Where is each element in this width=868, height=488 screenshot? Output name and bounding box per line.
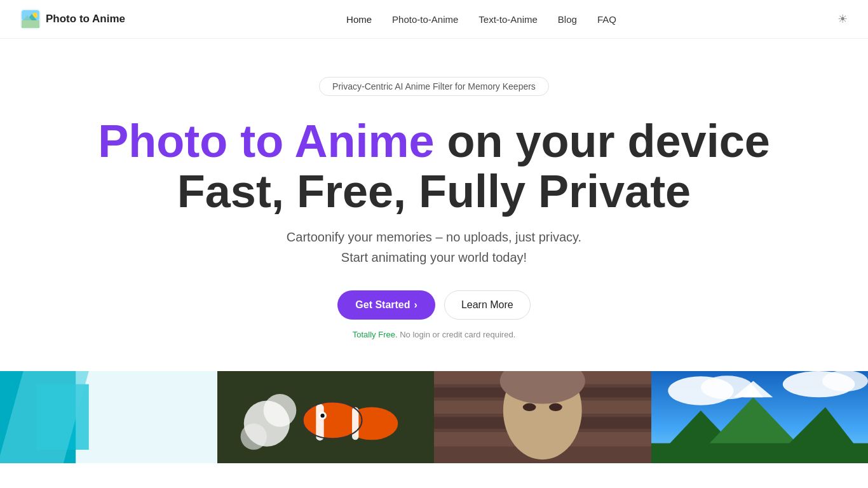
svg-point-39	[822, 371, 867, 391]
hero-title-rest: on your device	[435, 116, 770, 166]
image-strip	[0, 371, 868, 463]
cta-buttons: Get Started › Learn More	[337, 290, 530, 320]
free-note-rest: No login or credit card required.	[398, 330, 516, 339]
main-nav: Home Photo-to-Anime Text-to-Anime Blog F…	[346, 14, 616, 25]
svg-rect-9	[76, 371, 217, 463]
svg-point-34	[549, 403, 562, 411]
strip-image-1	[0, 371, 217, 463]
strip-image-4	[651, 371, 869, 463]
get-started-button[interactable]: Get Started ›	[337, 290, 435, 320]
hero-subtitle-line2: Start animating your world today!	[341, 250, 527, 264]
svg-rect-43	[651, 444, 869, 463]
svg-rect-20	[352, 407, 358, 440]
svg-rect-19	[316, 404, 323, 441]
get-started-label: Get Started	[355, 299, 410, 311]
logo[interactable]: Photo to Anime	[20, 9, 125, 29]
hero-subtitle: Cartoonify your memories – no uploads, j…	[287, 227, 581, 268]
svg-point-15	[263, 394, 296, 427]
svg-point-16	[240, 424, 266, 450]
svg-point-23	[320, 414, 324, 417]
nav-home[interactable]: Home	[346, 14, 372, 25]
hero-title: Photo to Anime on your device Fast, Free…	[98, 116, 770, 217]
site-header: Photo to Anime Home Photo-to-Anime Text-…	[0, 0, 868, 39]
strip-image-2	[217, 371, 435, 463]
free-note: Totally Free. No login or credit card re…	[353, 330, 516, 339]
nav-text-to-anime[interactable]: Text-to-Anime	[478, 14, 538, 25]
svg-rect-4	[22, 20, 39, 28]
theme-toggle-icon[interactable]: ☀	[837, 12, 848, 26]
logo-icon	[20, 9, 41, 29]
nav-faq[interactable]: FAQ	[597, 14, 616, 25]
nav-photo-to-anime[interactable]: Photo-to-Anime	[392, 14, 458, 25]
hero-title-line2: Fast, Free, Fully Private	[177, 166, 691, 217]
header-right: ☀	[837, 12, 848, 26]
hero-title-highlight: Photo to Anime	[98, 116, 434, 166]
svg-point-33	[523, 403, 536, 411]
hero-subtitle-line1: Cartoonify your memories – no uploads, j…	[287, 230, 581, 244]
free-note-green: Totally Free.	[353, 330, 398, 339]
strip-image-3	[434, 371, 651, 463]
logo-text: Photo to Anime	[46, 13, 125, 25]
learn-more-label: Learn More	[461, 299, 513, 310]
arrow-icon: ›	[414, 299, 417, 311]
main-content: Privacy-Centric AI Anime Filter for Memo…	[0, 39, 868, 463]
hero-badge: Privacy-Centric AI Anime Filter for Memo…	[319, 77, 549, 96]
learn-more-button[interactable]: Learn More	[444, 290, 531, 320]
nav-blog[interactable]: Blog	[558, 14, 577, 25]
hero-section: Privacy-Centric AI Anime Filter for Memo…	[0, 39, 868, 365]
